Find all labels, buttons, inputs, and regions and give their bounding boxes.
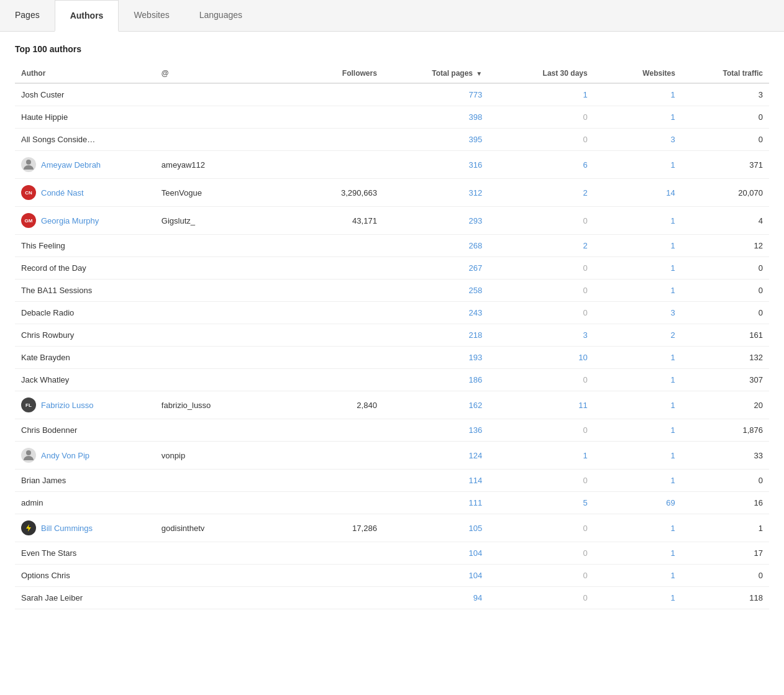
websites-link[interactable]: 1 [671, 263, 675, 273]
total-pages-link[interactable]: 267 [469, 263, 483, 273]
cell-total-pages[interactable]: 111 [383, 492, 488, 514]
websites-link[interactable]: 1 [671, 375, 675, 384]
last30-link[interactable]: 11 [578, 401, 587, 410]
cell-websites[interactable]: 3 [594, 302, 681, 324]
websites-link[interactable]: 69 [666, 498, 675, 507]
websites-link[interactable]: 1 [671, 476, 675, 485]
cell-total-pages[interactable]: 218 [383, 324, 488, 347]
websites-link[interactable]: 1 [671, 548, 675, 558]
cell-websites[interactable]: 1 [594, 542, 681, 565]
cell-total-pages[interactable]: 268 [383, 235, 488, 257]
cell-websites[interactable]: 1 [594, 419, 681, 442]
total-pages-link[interactable]: 124 [469, 451, 483, 460]
author-name-link[interactable]: Fabrizio Lusso [41, 401, 94, 410]
websites-link[interactable]: 3 [671, 308, 675, 317]
cell-websites[interactable]: 1 [594, 257, 681, 279]
total-pages-link[interactable]: 104 [469, 548, 483, 558]
cell-websites[interactable]: 1 [594, 514, 681, 542]
author-name-link[interactable]: Condé Nast [41, 188, 84, 198]
last30-link[interactable]: 6 [583, 160, 587, 170]
cell-total-pages[interactable]: 267 [383, 257, 488, 279]
cell-total-pages[interactable]: 114 [383, 470, 488, 492]
cell-websites[interactable]: 1 [594, 207, 681, 235]
last30-link[interactable]: 10 [578, 353, 587, 362]
websites-link[interactable]: 2 [671, 330, 675, 340]
cell-websites[interactable]: 1 [594, 347, 681, 369]
cell-total-pages[interactable]: 94 [383, 587, 488, 609]
total-pages-link[interactable]: 293 [469, 216, 483, 225]
author-name-link[interactable]: Ameyaw Debrah [41, 160, 101, 170]
cell-websites[interactable]: 1 [594, 83, 681, 106]
total-pages-link[interactable]: 193 [469, 353, 483, 362]
websites-link[interactable]: 1 [671, 216, 675, 225]
cell-total-pages[interactable]: 186 [383, 369, 488, 391]
last30-link[interactable]: 1 [583, 90, 587, 99]
websites-link[interactable]: 14 [666, 188, 675, 198]
tab-authors[interactable]: Authors [55, 0, 119, 32]
total-pages-link[interactable]: 218 [469, 330, 483, 340]
cell-websites[interactable]: 1 [594, 391, 681, 419]
websites-link[interactable]: 1 [671, 241, 675, 250]
total-pages-link[interactable]: 395 [469, 135, 483, 144]
websites-link[interactable]: 1 [671, 451, 675, 460]
col-header-total-pages[interactable]: Total pages ▼ [383, 64, 488, 83]
websites-link[interactable]: 1 [671, 571, 675, 580]
total-pages-link[interactable]: 111 [469, 498, 483, 507]
websites-link[interactable]: 1 [671, 112, 675, 122]
cell-total-pages[interactable]: 104 [383, 542, 488, 565]
cell-total-pages[interactable]: 398 [383, 106, 488, 129]
cell-websites[interactable]: 14 [594, 179, 681, 207]
websites-link[interactable]: 3 [671, 135, 675, 144]
cell-total-pages[interactable]: 243 [383, 302, 488, 324]
cell-websites[interactable]: 69 [594, 492, 681, 514]
cell-websites[interactable]: 1 [594, 587, 681, 609]
cell-total-pages[interactable]: 293 [383, 207, 488, 235]
last30-link[interactable]: 1 [583, 451, 587, 460]
cell-websites[interactable]: 1 [594, 279, 681, 302]
cell-websites[interactable]: 3 [594, 129, 681, 151]
author-name-link[interactable]: Georgia Murphy [41, 216, 99, 225]
cell-total-pages[interactable]: 316 [383, 151, 488, 179]
websites-link[interactable]: 1 [671, 90, 675, 99]
tab-pages[interactable]: Pages [0, 0, 55, 31]
cell-total-pages[interactable]: 162 [383, 391, 488, 419]
cell-websites[interactable]: 1 [594, 369, 681, 391]
cell-total-pages[interactable]: 395 [383, 129, 488, 151]
cell-websites[interactable]: 1 [594, 470, 681, 492]
cell-websites[interactable]: 2 [594, 324, 681, 347]
websites-link[interactable]: 1 [671, 286, 675, 295]
total-pages-link[interactable]: 104 [469, 571, 483, 580]
tab-websites[interactable]: Websites [119, 0, 184, 31]
total-pages-link[interactable]: 114 [469, 476, 483, 485]
total-pages-link[interactable]: 94 [473, 593, 482, 602]
last30-link[interactable]: 2 [583, 241, 587, 250]
total-pages-link[interactable]: 186 [469, 375, 483, 384]
cell-total-pages[interactable]: 124 [383, 442, 488, 470]
total-pages-link[interactable]: 136 [469, 425, 483, 435]
websites-link[interactable]: 1 [671, 160, 675, 170]
cell-total-pages[interactable]: 312 [383, 179, 488, 207]
cell-websites[interactable]: 1 [594, 235, 681, 257]
cell-websites[interactable]: 1 [594, 442, 681, 470]
websites-link[interactable]: 1 [671, 593, 675, 602]
cell-total-pages[interactable]: 136 [383, 419, 488, 442]
total-pages-link[interactable]: 105 [469, 524, 483, 533]
cell-total-pages[interactable]: 104 [383, 565, 488, 587]
total-pages-link[interactable]: 243 [469, 308, 483, 317]
cell-total-pages[interactable]: 105 [383, 514, 488, 542]
cell-websites[interactable]: 1 [594, 151, 681, 179]
websites-link[interactable]: 1 [671, 425, 675, 435]
last30-link[interactable]: 2 [583, 188, 587, 198]
total-pages-link[interactable]: 162 [469, 401, 483, 410]
author-name-link[interactable]: Bill Cummings [41, 524, 93, 533]
cell-total-pages[interactable]: 773 [383, 83, 488, 106]
total-pages-link[interactable]: 398 [469, 112, 483, 122]
total-pages-link[interactable]: 773 [469, 90, 483, 99]
websites-link[interactable]: 1 [671, 401, 675, 410]
total-pages-link[interactable]: 258 [469, 286, 483, 295]
total-pages-link[interactable]: 316 [469, 160, 483, 170]
cell-total-pages[interactable]: 258 [383, 279, 488, 302]
tab-languages[interactable]: Languages [185, 0, 257, 31]
last30-link[interactable]: 3 [583, 330, 587, 340]
cell-total-pages[interactable]: 193 [383, 347, 488, 369]
